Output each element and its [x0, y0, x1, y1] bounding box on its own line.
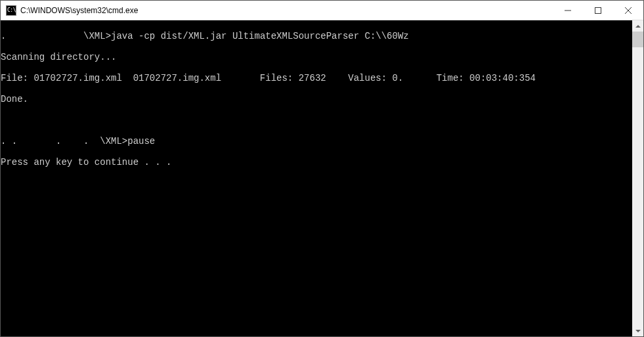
content-area: . \XML>java -cp dist/XML.jar UltimateXML…: [1, 20, 643, 336]
console-line: . . . . \XML>pause: [1, 136, 632, 146]
minimize-button[interactable]: [553, 1, 583, 20]
maximize-button[interactable]: [583, 1, 613, 20]
scroll-down-arrow-icon[interactable]: [632, 325, 643, 336]
svg-rect-1: [595, 7, 601, 13]
svg-marker-5: [635, 330, 641, 332]
scroll-thumb[interactable]: [632, 32, 643, 47]
svg-marker-4: [635, 25, 641, 28]
close-button[interactable]: [613, 1, 643, 20]
console-line: Scanning directory...: [1, 52, 632, 62]
path-hidden: .: [1, 31, 83, 41]
console-line: Done.: [1, 94, 632, 104]
prompt: \XML>: [83, 31, 111, 41]
path-hidden: . . . .: [1, 136, 100, 146]
window-controls: [553, 1, 643, 20]
vertical-scrollbar[interactable]: [632, 20, 643, 336]
console-line: . \XML>java -cp dist/XML.jar UltimateXML…: [1, 31, 632, 41]
scroll-up-arrow-icon[interactable]: [632, 20, 643, 32]
console-line: Press any key to continue . . .: [1, 157, 632, 168]
prompt: \XML>: [100, 136, 127, 146]
console-line: File: 01702727.img.xml 01702727.img.xml …: [1, 73, 632, 83]
cmd-icon: C:\.: [6, 5, 16, 16]
window-title: C:\WINDOWS\system32\cmd.exe: [20, 6, 553, 15]
command: java -cp dist/XML.jar UltimateXMLSourceP…: [111, 31, 409, 41]
scroll-track[interactable]: [632, 32, 643, 325]
titlebar[interactable]: C:\. C:\WINDOWS\system32\cmd.exe: [1, 1, 643, 20]
command-prompt-window: C:\. C:\WINDOWS\system32\cmd.exe . \XML>…: [0, 0, 644, 337]
console-line: [1, 115, 632, 125]
command: pause: [127, 136, 155, 146]
console-output[interactable]: . \XML>java -cp dist/XML.jar UltimateXML…: [1, 20, 632, 336]
